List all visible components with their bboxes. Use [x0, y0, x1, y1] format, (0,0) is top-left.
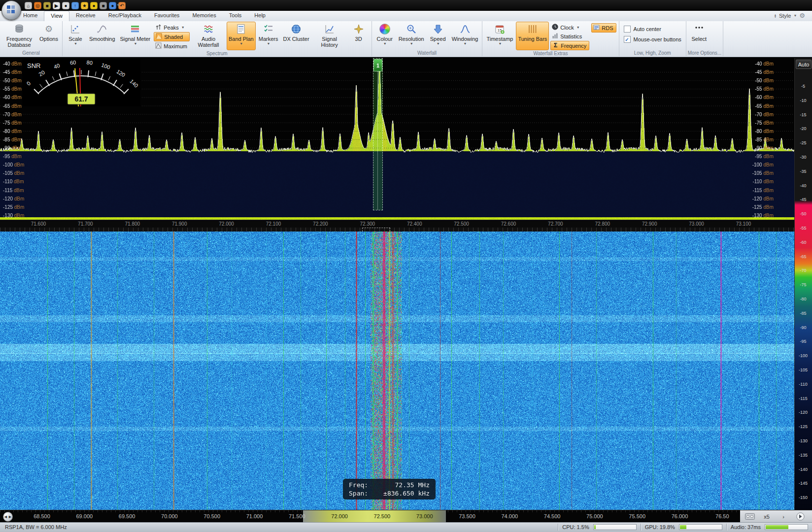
snr-meter: SNR02040608010012014061.7	[22, 59, 140, 106]
dropdown-arrow-icon: ▼	[181, 26, 185, 29]
home-icon[interactable]: ⌂	[25, 2, 32, 9]
tab-help[interactable]: Help	[248, 11, 272, 21]
svg-text:Σ: Σ	[554, 42, 557, 48]
auto-scale-button[interactable]: Auto	[796, 60, 812, 69]
spectrum-freq-label: 73.100	[736, 221, 751, 227]
band-freq-label: 72.000	[331, 513, 348, 519]
signal-meter-button[interactable]: Signal Meter▼	[118, 22, 153, 50]
select-button[interactable]: Select	[688, 22, 710, 50]
audio-waterfall-button[interactable]: Audio Waterfall	[191, 22, 226, 50]
tuning-bars-button[interactable]: Tuning Bars	[516, 22, 549, 50]
band-freq-label: 70.000	[161, 513, 178, 519]
amplitude-tick-label: -130	[795, 438, 812, 443]
style-spinner-icon[interactable]: ▲▼	[774, 14, 777, 18]
dx-cluster-button[interactable]: DX Cluster	[281, 22, 311, 50]
play-icon[interactable]: ▶	[53, 2, 60, 9]
colour-button[interactable]: Colour▼	[374, 22, 396, 50]
windowing-button[interactable]: Windowing▼	[450, 22, 480, 50]
colour-icon	[379, 23, 391, 35]
frequency-database-button[interactable]: Frequency Database	[2, 22, 36, 50]
tab-memories[interactable]: Memories	[186, 11, 222, 21]
svg-text:120: 120	[115, 68, 126, 78]
band-freq-label: 70.500	[203, 513, 220, 519]
gpu-meter	[679, 524, 722, 530]
amplitude-tick-label: -100	[795, 353, 812, 358]
pin-icon[interactable]: ●	[109, 2, 116, 9]
application-menu-button[interactable]	[1, 0, 21, 20]
frequency-button[interactable]: ΣFrequency	[550, 41, 589, 50]
band-navigation-bar[interactable]: 68.50069.00069.50070.00070.50071.00071.5…	[0, 510, 812, 523]
band-scroll-left-button[interactable]: ◄►	[3, 512, 13, 522]
tooltip-span-value: ±836.650 kHz	[383, 490, 430, 497]
svg-text:0: 0	[26, 80, 32, 87]
svg-text:80: 80	[86, 59, 93, 66]
tuning-marker-badge[interactable]: 1	[373, 59, 382, 71]
dropdown-arrow-icon: ▼	[74, 42, 77, 45]
snapshot-icon[interactable]: ■	[100, 2, 107, 9]
spectrum-freq-label: 72.100	[266, 221, 281, 227]
checkbox-icon	[624, 26, 631, 33]
recorder-icon[interactable]	[743, 512, 757, 521]
button-label: Band Plan	[229, 36, 254, 42]
favourite-star-icon[interactable]: ★	[81, 2, 88, 9]
rds-button[interactable]: RDS	[591, 23, 616, 33]
dropdown-arrow-icon: ▼	[576, 26, 580, 29]
tab-tools[interactable]: Tools	[223, 11, 248, 21]
statistics-icon	[552, 33, 558, 40]
style-dropdown-icon[interactable]: ▼	[793, 14, 797, 17]
band-freq-label: 68.500	[34, 513, 50, 519]
dropdown-arrow-icon: ▼	[267, 42, 271, 45]
tab-rec-playback[interactable]: Rec/Playback	[102, 11, 148, 21]
tab-view[interactable]: View	[44, 11, 69, 22]
spectrum-freq-label: 72.900	[642, 221, 657, 227]
markers-button[interactable]: Markers▼	[257, 22, 280, 50]
tab-favourites[interactable]: Favourites	[148, 11, 186, 21]
speed-button[interactable]: Speed▼	[427, 22, 449, 50]
amplitude-scale-strip[interactable]: Auto -5-10-15-20-25-30-35-40-45-50-55-60…	[794, 58, 812, 510]
timestamp-button[interactable]: 15Timestamp▼	[484, 22, 515, 50]
tuning-region[interactable]	[373, 58, 383, 210]
band-freq-label: 74.500	[544, 513, 561, 519]
band-freq-label: 69.500	[119, 513, 135, 519]
zoom-factor-button[interactable]: x5	[760, 512, 774, 521]
svg-text:100: 100	[101, 62, 111, 70]
clock-button[interactable]: Clock▼	[550, 23, 589, 32]
go-right-circle-button[interactable]	[793, 512, 807, 521]
frequency-icon: Σ	[552, 42, 559, 49]
step-right-button[interactable]: ›	[777, 512, 790, 521]
spectrum-freq-label: 73.000	[689, 221, 704, 227]
shaded-button[interactable]: Shaded	[154, 32, 190, 41]
help-ring-icon[interactable]: ◎	[34, 2, 41, 9]
maximum-button[interactable]: Maximum	[154, 42, 190, 50]
waterfall-canvas[interactable]	[0, 232, 794, 510]
band-freq-label: 73.500	[459, 513, 475, 519]
spectrum-frequency-axis[interactable]: 71.60071.70071.80071.90072.00072.10072.2…	[0, 220, 794, 228]
quick-access-overflow-icon[interactable]: ▼	[116, 3, 120, 7]
group-label: General	[1, 50, 61, 56]
style-label[interactable]: Style	[779, 13, 791, 19]
dropdown-arrow-icon: ▼	[383, 42, 387, 45]
tab-receive[interactable]: Receive	[69, 11, 102, 21]
lock-icon[interactable]: ●	[90, 2, 98, 9]
peaks-button[interactable]: Peaks▼	[154, 23, 190, 32]
up-arrow-icon[interactable]: ↑	[71, 2, 79, 9]
folder-icon[interactable]: ■	[43, 2, 51, 9]
amplitude-tick-label: -35	[795, 169, 812, 174]
smoothing-button[interactable]: Smoothing	[87, 22, 117, 50]
spectrum-freq-label: 71.900	[172, 221, 187, 227]
mouse-over-buttons-checkbox[interactable]: ✓Mouse-over buttons	[624, 36, 681, 43]
resolution-button[interactable]: Resolution▼	[397, 22, 426, 50]
dropdown-arrow-icon: ▼	[134, 42, 137, 45]
settings-gear-icon[interactable]: ⚙	[799, 12, 805, 19]
signal-history-button[interactable]: Signal History	[312, 22, 347, 50]
peaks-icon	[155, 24, 162, 31]
auto-center-checkbox[interactable]: Auto center	[624, 26, 681, 33]
scale-button[interactable]: Scale▼	[65, 22, 86, 50]
band-plan-button[interactable]: Band Plan▼	[227, 22, 256, 50]
speed-icon	[432, 23, 444, 35]
3d-button[interactable]: 3D	[348, 22, 370, 50]
options-button[interactable]: ⚙Options	[37, 22, 60, 50]
amplitude-tick-label: -105	[795, 367, 812, 372]
record-icon[interactable]: ●	[62, 2, 69, 9]
statistics-button[interactable]: Statistics	[550, 32, 589, 40]
